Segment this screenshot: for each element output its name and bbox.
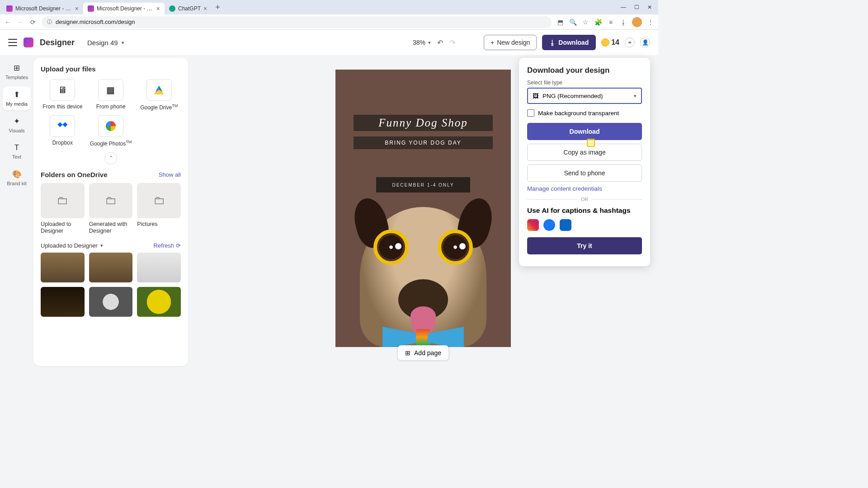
folders-heading: Folders on OneDrive bbox=[41, 171, 108, 178]
upload-label: Dropbox bbox=[52, 140, 73, 146]
share-icon[interactable]: ⚭ bbox=[625, 38, 635, 47]
media-thumbnail[interactable] bbox=[137, 253, 181, 282]
install-app-icon[interactable]: ⬒ bbox=[556, 19, 564, 26]
folder-label: Generated with Designer bbox=[89, 221, 133, 235]
close-icon[interactable]: × bbox=[203, 5, 207, 12]
menu-icon[interactable]: ⋮ bbox=[646, 19, 655, 26]
new-tab-button[interactable]: + bbox=[212, 3, 224, 12]
media-thumbnail[interactable] bbox=[41, 253, 85, 282]
close-icon[interactable]: × bbox=[156, 5, 160, 12]
manage-credentials-link[interactable]: Manage content credentials bbox=[527, 185, 642, 192]
bookmark-icon[interactable]: ☆ bbox=[581, 19, 590, 26]
refresh-button[interactable]: Refresh ⟳ bbox=[153, 242, 181, 249]
file-type-select[interactable]: 🖼 PNG (Recommended) ▾ bbox=[527, 88, 642, 104]
app-header: Designer Design 49 ▾ 38% ▾ ↶ ↷ + New des… bbox=[0, 30, 658, 55]
dropbox-icon bbox=[57, 122, 67, 130]
header-center: 38% ▾ ↶ ↷ bbox=[413, 38, 455, 47]
refresh-icon: ⟳ bbox=[176, 242, 181, 249]
folder-label: Uploaded to Designer bbox=[41, 221, 85, 235]
browser-tab-active[interactable]: Microsoft Designer - Stunning × bbox=[83, 3, 165, 14]
site-info-icon[interactable]: ⓘ bbox=[47, 19, 52, 25]
reading-list-icon[interactable]: ≡ bbox=[607, 19, 615, 26]
rail-my-media[interactable]: ⬆ My media bbox=[3, 86, 31, 110]
rail-brand-kit[interactable]: 🎨 Brand kit bbox=[3, 166, 31, 190]
media-thumbnail[interactable] bbox=[41, 287, 85, 317]
minimize-icon[interactable]: — bbox=[621, 4, 626, 10]
folder-uploaded[interactable]: 🗀 Uploaded to Designer bbox=[41, 183, 85, 235]
menu-button[interactable] bbox=[8, 39, 17, 46]
credits-value: 14 bbox=[611, 38, 619, 47]
rail-templates[interactable]: ⊞ Templates bbox=[3, 60, 31, 84]
extensions-icon[interactable]: 🧩 bbox=[594, 19, 602, 26]
close-icon[interactable]: × bbox=[75, 5, 79, 12]
account-icon[interactable]: 👤 bbox=[640, 38, 650, 47]
design-subtitle-banner[interactable]: BRING YOUR DOG DAY bbox=[354, 136, 493, 149]
qr-icon: ▦ bbox=[98, 79, 123, 101]
design-artboard[interactable]: Funny Dog Shop BRING YOUR DOG DAY DECEMB… bbox=[335, 70, 511, 347]
add-page-button[interactable]: ⊞ Add page bbox=[397, 345, 449, 361]
close-window-icon[interactable]: ✕ bbox=[647, 4, 652, 10]
collapse-button[interactable]: ⌃ bbox=[104, 152, 117, 164]
media-thumbnail[interactable] bbox=[137, 287, 181, 317]
credits-counter[interactable]: 14 bbox=[601, 38, 619, 47]
divider: OR bbox=[527, 197, 642, 202]
design-name-dropdown[interactable]: Design 49 ▾ bbox=[87, 39, 124, 47]
visuals-icon: ✦ bbox=[14, 117, 20, 126]
browser-tab[interactable]: ChatGPT × bbox=[165, 3, 212, 14]
design-title: Funny Dog Shop bbox=[378, 117, 467, 129]
address-bar[interactable]: ⓘ designer.microsoft.com/design bbox=[42, 16, 552, 28]
transparent-bg-checkbox[interactable]: Make background transparent bbox=[527, 109, 642, 117]
new-design-button[interactable]: + New design bbox=[484, 35, 537, 50]
header-actions: + New design ⭳ Download 14 ⚭ 👤 bbox=[484, 35, 650, 50]
device-icon: 🖥 bbox=[50, 79, 75, 101]
profile-avatar[interactable] bbox=[632, 17, 642, 27]
url-text: designer.microsoft.com/design bbox=[56, 19, 135, 25]
copy-image-button[interactable]: Copy as image bbox=[527, 144, 642, 161]
facebook-icon[interactable] bbox=[543, 219, 555, 231]
maximize-icon[interactable]: ☐ bbox=[634, 4, 639, 10]
upload-label: From phone bbox=[96, 103, 126, 110]
coin-icon bbox=[601, 38, 609, 47]
media-thumbnail[interactable] bbox=[89, 253, 133, 282]
zoom-dropdown[interactable]: 38% ▾ bbox=[413, 39, 431, 46]
undo-icon[interactable]: ↶ bbox=[437, 38, 443, 47]
linkedin-icon[interactable] bbox=[560, 219, 571, 231]
cursor-highlight bbox=[587, 139, 595, 147]
instagram-icon[interactable] bbox=[527, 219, 539, 231]
chevron-down-icon: ▾ bbox=[100, 243, 103, 249]
text-icon: T bbox=[14, 143, 19, 152]
design-title-banner[interactable]: Funny Dog Shop bbox=[354, 115, 493, 131]
rail-text[interactable]: T Text bbox=[3, 140, 31, 163]
media-panel: Upload your files 🖥 From this device ▦ F… bbox=[33, 58, 188, 366]
rail-visuals[interactable]: ✦ Visuals bbox=[3, 113, 31, 137]
redo-icon[interactable]: ↷ bbox=[449, 38, 455, 47]
chevron-down-icon: ▾ bbox=[634, 93, 637, 99]
try-it-button[interactable]: Try it bbox=[527, 237, 642, 254]
downloads-icon[interactable]: ⭳ bbox=[619, 19, 627, 26]
tab-title: ChatGPT bbox=[178, 5, 201, 12]
forward-icon[interactable]: → bbox=[16, 19, 24, 26]
show-all-link[interactable]: Show all bbox=[159, 171, 181, 178]
upload-label: Google DriveTM bbox=[140, 103, 178, 111]
folder-pictures[interactable]: 🗀 Pictures bbox=[137, 183, 181, 235]
upload-from-device[interactable]: 🖥 From this device bbox=[41, 79, 85, 111]
media-thumbnail[interactable] bbox=[89, 287, 133, 317]
rail-label: My media bbox=[6, 101, 28, 107]
reload-icon[interactable]: ⟳ bbox=[29, 19, 37, 26]
browser-tab[interactable]: Microsoft Designer - Stunning × bbox=[2, 3, 83, 14]
send-to-phone-button[interactable]: Send to phone bbox=[527, 164, 642, 182]
uploaded-section-header[interactable]: Uploaded to Designer ▾ Refresh ⟳ bbox=[41, 242, 181, 249]
design-image[interactable] bbox=[335, 184, 511, 347]
back-icon[interactable]: ← bbox=[4, 19, 12, 26]
upload-google-drive[interactable]: Google DriveTM bbox=[137, 79, 181, 111]
download-label: Download bbox=[558, 39, 589, 46]
download-action-button[interactable]: Download bbox=[527, 123, 642, 140]
rail-label: Brand kit bbox=[7, 181, 26, 186]
upload-dropbox[interactable]: Dropbox bbox=[41, 115, 85, 147]
upload-google-photos[interactable]: Google PhotosTM bbox=[89, 115, 133, 147]
zoom-icon[interactable]: 🔍 bbox=[569, 19, 577, 26]
download-button[interactable]: ⭳ Download bbox=[542, 35, 596, 50]
folder-generated[interactable]: 🗀 Generated with Designer bbox=[89, 183, 133, 235]
google-drive-icon bbox=[154, 85, 164, 94]
upload-from-phone[interactable]: ▦ From phone bbox=[89, 79, 133, 111]
